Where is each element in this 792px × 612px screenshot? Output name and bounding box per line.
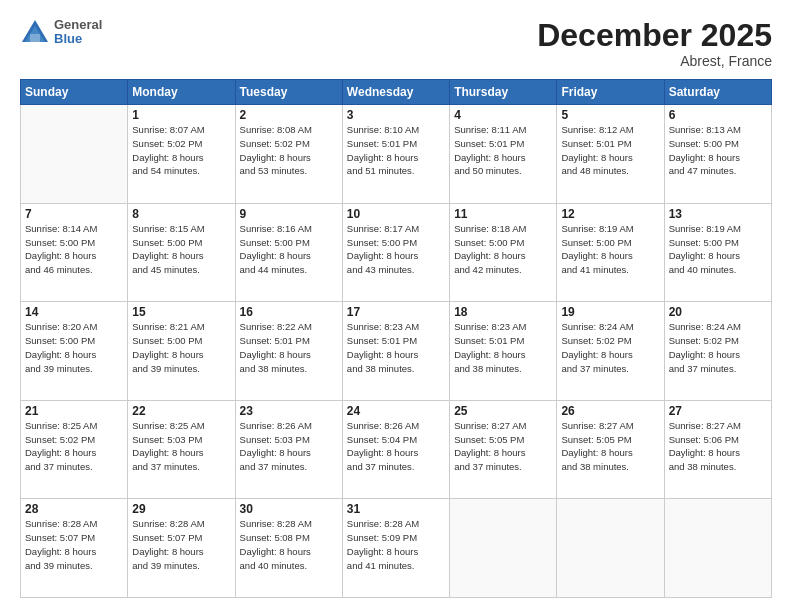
calendar-week-row: 14Sunrise: 8:20 AMSunset: 5:00 PMDayligh…: [21, 302, 772, 401]
table-row: 16Sunrise: 8:22 AMSunset: 5:01 PMDayligh…: [235, 302, 342, 401]
day-info: Sunrise: 8:15 AMSunset: 5:00 PMDaylight:…: [132, 222, 230, 277]
table-row: 13Sunrise: 8:19 AMSunset: 5:00 PMDayligh…: [664, 203, 771, 302]
day-info: Sunrise: 8:18 AMSunset: 5:00 PMDaylight:…: [454, 222, 552, 277]
table-row: 17Sunrise: 8:23 AMSunset: 5:01 PMDayligh…: [342, 302, 449, 401]
table-row: 4Sunrise: 8:11 AMSunset: 5:01 PMDaylight…: [450, 105, 557, 204]
day-number: 14: [25, 305, 123, 319]
day-info: Sunrise: 8:17 AMSunset: 5:00 PMDaylight:…: [347, 222, 445, 277]
day-info: Sunrise: 8:07 AMSunset: 5:02 PMDaylight:…: [132, 123, 230, 178]
day-info: Sunrise: 8:19 AMSunset: 5:00 PMDaylight:…: [669, 222, 767, 277]
table-row: 18Sunrise: 8:23 AMSunset: 5:01 PMDayligh…: [450, 302, 557, 401]
day-number: 12: [561, 207, 659, 221]
day-number: 15: [132, 305, 230, 319]
logo: General Blue: [20, 18, 102, 47]
calendar-week-row: 21Sunrise: 8:25 AMSunset: 5:02 PMDayligh…: [21, 400, 772, 499]
table-row: 7Sunrise: 8:14 AMSunset: 5:00 PMDaylight…: [21, 203, 128, 302]
day-number: 13: [669, 207, 767, 221]
day-info: Sunrise: 8:21 AMSunset: 5:00 PMDaylight:…: [132, 320, 230, 375]
calendar-week-row: 7Sunrise: 8:14 AMSunset: 5:00 PMDaylight…: [21, 203, 772, 302]
logo-blue-label: Blue: [54, 32, 102, 46]
page-title: December 2025: [537, 18, 772, 53]
day-info: Sunrise: 8:28 AMSunset: 5:07 PMDaylight:…: [132, 517, 230, 572]
calendar-header-row: Sunday Monday Tuesday Wednesday Thursday…: [21, 80, 772, 105]
day-number: 31: [347, 502, 445, 516]
page: General Blue December 2025 Abrest, Franc…: [0, 0, 792, 612]
table-row: 19Sunrise: 8:24 AMSunset: 5:02 PMDayligh…: [557, 302, 664, 401]
calendar-table: Sunday Monday Tuesday Wednesday Thursday…: [20, 79, 772, 598]
day-number: 22: [132, 404, 230, 418]
table-row: 11Sunrise: 8:18 AMSunset: 5:00 PMDayligh…: [450, 203, 557, 302]
day-info: Sunrise: 8:26 AMSunset: 5:03 PMDaylight:…: [240, 419, 338, 474]
day-info: Sunrise: 8:23 AMSunset: 5:01 PMDaylight:…: [347, 320, 445, 375]
day-number: 24: [347, 404, 445, 418]
table-row: [450, 499, 557, 598]
day-info: Sunrise: 8:14 AMSunset: 5:00 PMDaylight:…: [25, 222, 123, 277]
day-info: Sunrise: 8:11 AMSunset: 5:01 PMDaylight:…: [454, 123, 552, 178]
day-info: Sunrise: 8:20 AMSunset: 5:00 PMDaylight:…: [25, 320, 123, 375]
table-row: 6Sunrise: 8:13 AMSunset: 5:00 PMDaylight…: [664, 105, 771, 204]
day-info: Sunrise: 8:25 AMSunset: 5:02 PMDaylight:…: [25, 419, 123, 474]
col-saturday: Saturday: [664, 80, 771, 105]
day-info: Sunrise: 8:13 AMSunset: 5:00 PMDaylight:…: [669, 123, 767, 178]
title-block: December 2025 Abrest, France: [537, 18, 772, 69]
day-number: 10: [347, 207, 445, 221]
table-row: 20Sunrise: 8:24 AMSunset: 5:02 PMDayligh…: [664, 302, 771, 401]
table-row: 28Sunrise: 8:28 AMSunset: 5:07 PMDayligh…: [21, 499, 128, 598]
day-number: 21: [25, 404, 123, 418]
col-wednesday: Wednesday: [342, 80, 449, 105]
day-info: Sunrise: 8:22 AMSunset: 5:01 PMDaylight:…: [240, 320, 338, 375]
day-info: Sunrise: 8:23 AMSunset: 5:01 PMDaylight:…: [454, 320, 552, 375]
day-info: Sunrise: 8:24 AMSunset: 5:02 PMDaylight:…: [669, 320, 767, 375]
col-tuesday: Tuesday: [235, 80, 342, 105]
table-row: 1Sunrise: 8:07 AMSunset: 5:02 PMDaylight…: [128, 105, 235, 204]
day-info: Sunrise: 8:28 AMSunset: 5:08 PMDaylight:…: [240, 517, 338, 572]
table-row: 2Sunrise: 8:08 AMSunset: 5:02 PMDaylight…: [235, 105, 342, 204]
day-number: 4: [454, 108, 552, 122]
logo-icon: [20, 18, 50, 46]
subtitle: Abrest, France: [537, 53, 772, 69]
day-number: 16: [240, 305, 338, 319]
day-number: 30: [240, 502, 338, 516]
calendar-week-row: 28Sunrise: 8:28 AMSunset: 5:07 PMDayligh…: [21, 499, 772, 598]
table-row: 9Sunrise: 8:16 AMSunset: 5:00 PMDaylight…: [235, 203, 342, 302]
day-info: Sunrise: 8:24 AMSunset: 5:02 PMDaylight:…: [561, 320, 659, 375]
day-number: 19: [561, 305, 659, 319]
table-row: 30Sunrise: 8:28 AMSunset: 5:08 PMDayligh…: [235, 499, 342, 598]
day-info: Sunrise: 8:28 AMSunset: 5:07 PMDaylight:…: [25, 517, 123, 572]
col-friday: Friday: [557, 80, 664, 105]
table-row: 31Sunrise: 8:28 AMSunset: 5:09 PMDayligh…: [342, 499, 449, 598]
day-number: 9: [240, 207, 338, 221]
day-number: 27: [669, 404, 767, 418]
day-info: Sunrise: 8:16 AMSunset: 5:00 PMDaylight:…: [240, 222, 338, 277]
table-row: 12Sunrise: 8:19 AMSunset: 5:00 PMDayligh…: [557, 203, 664, 302]
table-row: 5Sunrise: 8:12 AMSunset: 5:01 PMDaylight…: [557, 105, 664, 204]
logo-general-label: General: [54, 18, 102, 32]
day-number: 8: [132, 207, 230, 221]
table-row: 15Sunrise: 8:21 AMSunset: 5:00 PMDayligh…: [128, 302, 235, 401]
day-info: Sunrise: 8:28 AMSunset: 5:09 PMDaylight:…: [347, 517, 445, 572]
col-monday: Monday: [128, 80, 235, 105]
table-row: 23Sunrise: 8:26 AMSunset: 5:03 PMDayligh…: [235, 400, 342, 499]
day-number: 3: [347, 108, 445, 122]
table-row: 29Sunrise: 8:28 AMSunset: 5:07 PMDayligh…: [128, 499, 235, 598]
table-row: 22Sunrise: 8:25 AMSunset: 5:03 PMDayligh…: [128, 400, 235, 499]
day-info: Sunrise: 8:08 AMSunset: 5:02 PMDaylight:…: [240, 123, 338, 178]
col-thursday: Thursday: [450, 80, 557, 105]
table-row: 14Sunrise: 8:20 AMSunset: 5:00 PMDayligh…: [21, 302, 128, 401]
day-info: Sunrise: 8:12 AMSunset: 5:01 PMDaylight:…: [561, 123, 659, 178]
day-number: 17: [347, 305, 445, 319]
day-number: 28: [25, 502, 123, 516]
table-row: [557, 499, 664, 598]
day-number: 2: [240, 108, 338, 122]
day-info: Sunrise: 8:27 AMSunset: 5:06 PMDaylight:…: [669, 419, 767, 474]
header: General Blue December 2025 Abrest, Franc…: [20, 18, 772, 69]
table-row: [664, 499, 771, 598]
col-sunday: Sunday: [21, 80, 128, 105]
calendar-week-row: 1Sunrise: 8:07 AMSunset: 5:02 PMDaylight…: [21, 105, 772, 204]
day-number: 29: [132, 502, 230, 516]
day-info: Sunrise: 8:27 AMSunset: 5:05 PMDaylight:…: [561, 419, 659, 474]
day-info: Sunrise: 8:10 AMSunset: 5:01 PMDaylight:…: [347, 123, 445, 178]
day-number: 20: [669, 305, 767, 319]
day-number: 23: [240, 404, 338, 418]
day-number: 7: [25, 207, 123, 221]
